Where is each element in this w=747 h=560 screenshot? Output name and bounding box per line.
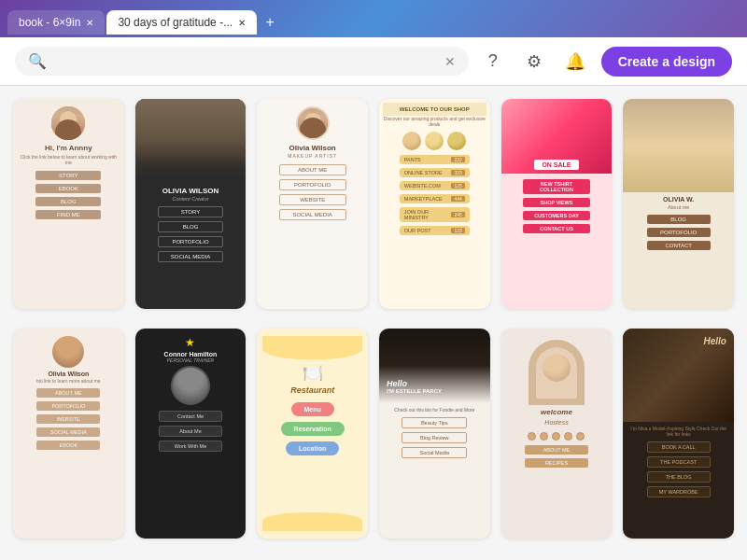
template-card-9[interactable]: 🍽️ Restaurant Menu Reservation Location — [257, 329, 368, 539]
card9-btn-menu: Menu — [291, 402, 334, 416]
card6-name: OLIVIA W. — [663, 196, 694, 203]
new-tab-button[interactable]: + — [259, 11, 281, 34]
card7-name: Olivia Wilson — [48, 371, 89, 377]
template-card-7[interactable]: Olivia Wilson bio link to learn more abo… — [13, 329, 124, 539]
card4-btn-pants: PANTS222 — [400, 155, 470, 164]
template-card-8[interactable]: ★ Connor Hamilton PERSONAL TRAINER Conta… — [135, 329, 247, 539]
card5-btn-customers: CUSTOMERS DAY — [523, 211, 590, 220]
search-bar-row: 🔍 bio link ✕ ? ⚙ 🔔 Create a design — [0, 37, 747, 86]
template-card-5[interactable]: ON SALE NEW TSHIRT COLLECTION SHOP VIEWS… — [501, 99, 613, 309]
template-card-4[interactable]: WELCOME TO OUR SHOP Discover our amazing… — [379, 99, 490, 309]
avatar-1 — [51, 106, 85, 140]
template-card-12[interactable]: Hello I'm Niva a Model-Aspiring Style Ch… — [623, 329, 734, 539]
tab-gratitude-label: 30 days of gratitude -... — [118, 16, 233, 29]
template-grid: Hi, I'm Annny Click the link below to le… — [0, 86, 747, 560]
card7-body: bio link to learn more about me — [36, 378, 101, 384]
card1-btn-findme: FIND ME — [35, 210, 101, 219]
card7-btn-portfolio: PORTOFOLIO — [36, 401, 100, 411]
card4-subtext: Discover our amazing products and get ex… — [383, 116, 486, 127]
card12-btn-podcast: THE PODCAST — [647, 456, 711, 468]
card4-btn-post: OUR POST123 — [400, 226, 470, 235]
card9-btn-reservation: Reservation — [281, 422, 345, 436]
card8-subtitle: PERSONAL TRAINER — [167, 357, 214, 363]
card4-btn-website: WEBSITE.COM125 — [400, 181, 470, 190]
card2-btn-blog: BLOG — [158, 221, 223, 232]
card9-wavy-bottom — [262, 512, 362, 531]
notification-icon[interactable]: 🔔 — [560, 47, 590, 77]
card1-btn-ebook: EBOOK — [35, 184, 101, 193]
card8-star: ★ — [185, 336, 195, 349]
card7-btn-social: SOCIAL MEDIA — [36, 427, 100, 437]
create-design-button[interactable]: Create a design — [601, 47, 732, 77]
card3-subtitle: MAKEUP ARTIST — [288, 153, 337, 159]
card10-hello: Hello — [387, 379, 483, 388]
template-card-6[interactable]: OLIVIA W. About me BLOG PORTOFOLIO CONTA… — [623, 99, 734, 309]
card12-btn-book: BOOK A CALL — [647, 441, 711, 453]
card9-wavy-top — [262, 336, 362, 359]
tab-book-close[interactable]: ✕ — [86, 18, 93, 28]
card4-btn-join: JOIN OUR MINISTRY245 — [400, 207, 470, 222]
card6-photo — [623, 99, 734, 192]
search-icons: ? ⚙ 🔔 Create a design — [478, 47, 732, 77]
card10-btn-blog: Blog Review — [402, 432, 467, 443]
card5-photo: ON SALE — [501, 99, 613, 174]
card10-btn-beauty: Beauty Tips — [402, 417, 467, 428]
card7-btn-website: WEBSITE — [36, 414, 100, 424]
browser-tabs: book - 6×9in ✕ 30 days of gratitude -...… — [0, 0, 747, 37]
card3-btn-website: WEBSITE — [279, 194, 346, 205]
card8-photo — [171, 366, 210, 405]
card1-btn-blog: BLOG — [35, 197, 101, 206]
card2-photo — [135, 99, 247, 183]
card11-welcome: welcome — [541, 408, 572, 416]
card3-btn-portfolio: PORTOFOLIO — [279, 179, 346, 190]
tab-gratitude[interactable]: 30 days of gratitude -... ✕ — [106, 10, 257, 35]
card5-onsale: ON SALE — [534, 160, 578, 170]
card4-avatars — [402, 132, 466, 150]
card8-name: Connor Hamilton — [164, 351, 218, 357]
card8-btn-work: Work With Me — [159, 441, 222, 452]
card12-hello: Hello — [704, 336, 726, 346]
card1-body: Click the link below to learn about work… — [19, 154, 119, 165]
card1-name: Hi, I'm Annny — [45, 144, 92, 152]
settings-icon[interactable]: ⚙ — [519, 47, 549, 77]
clear-search-icon[interactable]: ✕ — [444, 54, 456, 69]
card8-btn-about: About Me — [159, 426, 222, 437]
avatar-7 — [52, 336, 84, 368]
card5-btn-tshirt: NEW TSHIRT COLLECTION — [523, 179, 590, 194]
card10-photo: Hello I'M ESTELLE PARCY — [379, 329, 490, 403]
help-icon[interactable]: ? — [478, 47, 508, 77]
card11-arch — [529, 340, 585, 405]
card6-btn-blog: BLOG — [647, 215, 711, 224]
template-card-2[interactable]: OLIVIA WILSON Content Creator STORY BLOG… — [135, 99, 247, 309]
template-card-3[interactable]: Olivia Wilson MAKEUP ARTIST ABOUT ME POR… — [257, 99, 368, 309]
card9-btn-location: Location — [286, 441, 339, 455]
template-card-1[interactable]: Hi, I'm Annny Click the link below to le… — [13, 99, 124, 309]
card4-btn-marketplace: MARKETPLACE444 — [400, 194, 470, 203]
avatar-3 — [296, 106, 330, 140]
card9-title: Restaurant — [290, 385, 334, 395]
card10-btn-social: Social Media — [402, 447, 467, 458]
tab-gratitude-close[interactable]: ✕ — [238, 18, 246, 28]
tab-book[interactable]: book - 6×9in ✕ — [7, 10, 105, 35]
card2-subtitle: Content Creator — [172, 196, 208, 202]
card11-btn1: ABOUT ME — [525, 445, 588, 455]
search-input[interactable]: bio link — [54, 54, 437, 69]
tab-book-label: book - 6×9in — [19, 16, 80, 29]
card11-btn2: RECIPES — [525, 458, 588, 468]
card3-btn-about: ABOUT ME — [279, 164, 346, 175]
card11-dots — [528, 432, 585, 441]
search-icon: 🔍 — [28, 52, 47, 70]
card8-btn-contact: Contact Me — [159, 411, 222, 422]
template-card-11[interactable]: welcome Hostess ABOUT ME RECIPES — [501, 329, 613, 539]
card12-btn-wardrobe: MY WARDROBE — [647, 486, 711, 497]
card3-name: Olivia Wilson — [289, 144, 336, 152]
card9-icon: 🍽️ — [303, 363, 323, 384]
card2-btn-story: STORY — [158, 206, 223, 217]
card10-subtitle: Check out this bio for Foodie and More — [394, 407, 474, 413]
template-card-10[interactable]: Hello I'M ESTELLE PARCY Check out this b… — [379, 329, 490, 539]
search-box: 🔍 bio link ✕ — [15, 47, 469, 76]
card7-btn-ebook: EBOOK — [36, 441, 100, 450]
card6-subtitle: About me — [668, 204, 690, 210]
card12-btn-blog: THE BLOG — [647, 471, 711, 483]
card2-name: OLIVIA WILSON — [162, 187, 219, 195]
